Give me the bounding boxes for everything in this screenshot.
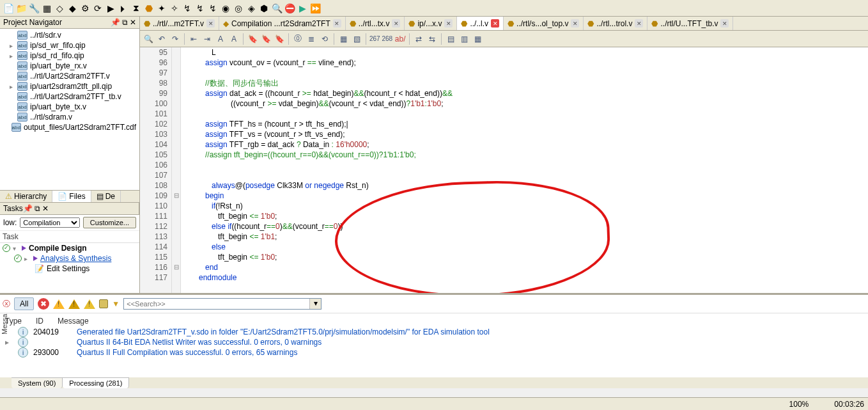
task-row[interactable]: ▾Compile Design xyxy=(0,243,139,253)
i-icon[interactable]: ▧ xyxy=(351,33,362,45)
flag-icon[interactable] xyxy=(99,299,108,308)
close-icon[interactable]: ✕ xyxy=(635,19,643,28)
tb-icon[interactable]: ◉ xyxy=(220,3,231,14)
tb-icon[interactable]: 📄 xyxy=(3,3,14,14)
file-tab[interactable]: ⬣../rtl/...m2TFT.v✕ xyxy=(140,17,219,30)
file-tree-item[interactable]: abd../rtl/Uart2Sdram2TFT_tb.v xyxy=(0,91,139,102)
customize-button[interactable]: Customize... xyxy=(83,217,136,228)
tb-icon[interactable]: ▶ xyxy=(297,3,308,14)
file-tree-item[interactable]: abdoutput_files/Uart2Sdram2TFT.cdf xyxy=(0,122,139,132)
indent-icon[interactable]: ⇥ xyxy=(201,33,213,45)
tb-icon[interactable]: 📁 xyxy=(15,3,27,14)
close-icon[interactable]: ✕ xyxy=(392,19,400,28)
tb-icon[interactable]: ◇ xyxy=(54,3,65,14)
file-tree-item[interactable]: abd../rtl/Uart2Sdram2TFT.v xyxy=(0,71,139,81)
message-row[interactable]: i204019Generated file Uart2Sdram2TFT_v.s… xyxy=(5,327,863,337)
i-icon[interactable]: ▤ xyxy=(445,33,456,45)
search-combo[interactable]: ▾ xyxy=(123,298,322,310)
tab-hierarchy[interactable]: ⚠Hierarchy xyxy=(0,191,52,202)
bm-icon[interactable]: 🔖 xyxy=(260,33,272,45)
code-editor[interactable]: 9596979899100101102103104105106107108109… xyxy=(140,47,868,293)
warn-icon[interactable] xyxy=(84,299,95,309)
tb-icon[interactable]: ✦ xyxy=(156,3,167,14)
tb-icon[interactable]: ◆ xyxy=(66,3,78,14)
close-icon[interactable]: ✕ xyxy=(444,19,453,28)
tb-icon[interactable]: ▶ xyxy=(105,3,116,14)
message-row[interactable]: i293000Quartus II Full Compilation was s… xyxy=(5,347,863,358)
close-icon[interactable]: ✕ xyxy=(42,204,49,213)
file-tab[interactable]: ⬣../rtl...trol.v✕ xyxy=(584,17,647,30)
tab-files[interactable]: 📄Files xyxy=(52,191,91,202)
tb-icon[interactable]: ⬢ xyxy=(258,3,270,14)
funnel-icon[interactable]: ▼ xyxy=(112,299,120,308)
project-file-tree[interactable]: abd../rtl/sdr.v▸abdip/sd_wr_fifo.qip▸abd… xyxy=(0,29,139,190)
pin-icon[interactable]: 📌 xyxy=(111,18,120,27)
find-icon[interactable]: 🔍 xyxy=(143,33,154,45)
file-tree-item[interactable]: abdip/uart_byte_rx.v xyxy=(0,61,139,71)
task-row[interactable]: 📝Edit Settings xyxy=(0,264,139,274)
tb-icon[interactable]: ↯ xyxy=(182,3,193,14)
search-input[interactable] xyxy=(124,299,309,309)
tab-system[interactable]: System (90) xyxy=(12,377,63,388)
tb-icon[interactable]: ✧ xyxy=(169,3,180,14)
bm-icon[interactable]: 🔖 xyxy=(247,33,258,45)
i-icon[interactable]: ab/ xyxy=(394,33,406,45)
nav-icon[interactable]: ↷ xyxy=(169,33,181,45)
close-icon[interactable]: ✕ xyxy=(571,19,579,28)
file-tab[interactable]: ⬣ip/...x.v✕ xyxy=(405,17,457,30)
chevron-down-icon[interactable]: ▾ xyxy=(309,299,321,309)
i-icon[interactable]: ≣ xyxy=(306,33,317,45)
tb-icon[interactable]: ▦ xyxy=(41,3,52,14)
file-tab[interactable]: ⬣../rtl/U...TFT_tb.v✕ xyxy=(647,17,733,30)
i-icon[interactable]: ▦ xyxy=(472,33,483,45)
warn-icon[interactable] xyxy=(68,299,80,309)
a-icon[interactable]: A xyxy=(215,33,226,45)
file-tree-item[interactable]: ▸abdip/sd_wr_fifo.qip xyxy=(0,40,139,51)
tb-icon[interactable]: ⧗ xyxy=(130,3,142,14)
warn-icon[interactable] xyxy=(53,299,65,309)
tb-icon[interactable]: ⬣ xyxy=(143,3,155,14)
err-icon[interactable]: ✖ xyxy=(38,298,49,310)
file-tree-item[interactable]: abd../rtl/sdram.v xyxy=(0,112,139,122)
filter-all-button[interactable]: All xyxy=(14,297,34,310)
i-icon[interactable]: ⇆ xyxy=(426,33,438,45)
tab-design-units[interactable]: ▤De xyxy=(91,191,121,202)
close-icon[interactable]: ⓧ xyxy=(3,299,10,310)
tb-icon[interactable]: ⟳ xyxy=(92,3,104,14)
tb-icon[interactable]: ⏩ xyxy=(309,3,321,14)
file-tree-item[interactable]: abd../rtl/sdr.v xyxy=(0,30,139,40)
i-icon[interactable]: ⓪ xyxy=(292,33,304,45)
file-tab[interactable]: ◆Compilation ...rt2Sdram2TFT✕ xyxy=(219,17,346,30)
flow-select[interactable]: Compilation xyxy=(20,217,80,228)
tb-icon[interactable]: 🔍 xyxy=(271,3,283,14)
i-icon[interactable]: ⟲ xyxy=(319,33,330,45)
close-icon[interactable]: ✕ xyxy=(130,18,136,27)
nav-icon[interactable]: ↶ xyxy=(156,33,167,45)
messages-area[interactable]: Type ID Message i204019Generated file Ua… xyxy=(0,313,868,377)
outdent-icon[interactable]: ⇤ xyxy=(188,33,199,45)
i-icon[interactable]: ▦ xyxy=(337,33,349,45)
task-row[interactable]: ▸Analysis & Synthesis xyxy=(0,253,139,264)
file-tab[interactable]: ⬣../..l.v✕ xyxy=(457,17,504,30)
message-row[interactable]: ▸iQuartus II 64-Bit EDA Netlist Writer w… xyxy=(5,337,863,347)
tab-processing[interactable]: Processing (281) xyxy=(63,377,129,388)
tb-icon[interactable]: ↯ xyxy=(194,3,206,14)
file-tree-item[interactable]: ▸abdip/uart2sdram2tft_pll.qip xyxy=(0,81,139,91)
file-tab[interactable]: ⬣../rtl/s...ol_top.v✕ xyxy=(504,17,584,30)
tb-icon[interactable]: ⚙ xyxy=(79,3,91,14)
fold-gutter[interactable]: ⊟⊟ xyxy=(172,47,181,293)
tb-icon[interactable]: ◈ xyxy=(245,3,257,14)
bm-icon[interactable]: 🔖 xyxy=(274,33,285,45)
code-pane[interactable]: L assign vcount_ov = (vcount_r == vline_… xyxy=(181,47,868,293)
close-icon[interactable]: ✕ xyxy=(333,19,341,28)
close-icon[interactable]: ✕ xyxy=(491,19,499,28)
dock-icon[interactable]: ⧉ xyxy=(122,18,128,27)
file-tab[interactable]: ⬣../rtl...tx.v✕ xyxy=(346,17,405,30)
tb-icon[interactable]: ◎ xyxy=(233,3,244,14)
i-icon[interactable]: ▥ xyxy=(458,33,470,45)
pin-icon[interactable]: 📌 xyxy=(23,204,33,213)
close-icon[interactable]: ✕ xyxy=(206,19,215,28)
a-icon[interactable]: A xyxy=(228,33,240,45)
tb-icon[interactable]: ⛔ xyxy=(284,3,295,14)
file-tree-item[interactable]: ▸abdip/sd_rd_fifo.qip xyxy=(0,51,139,61)
